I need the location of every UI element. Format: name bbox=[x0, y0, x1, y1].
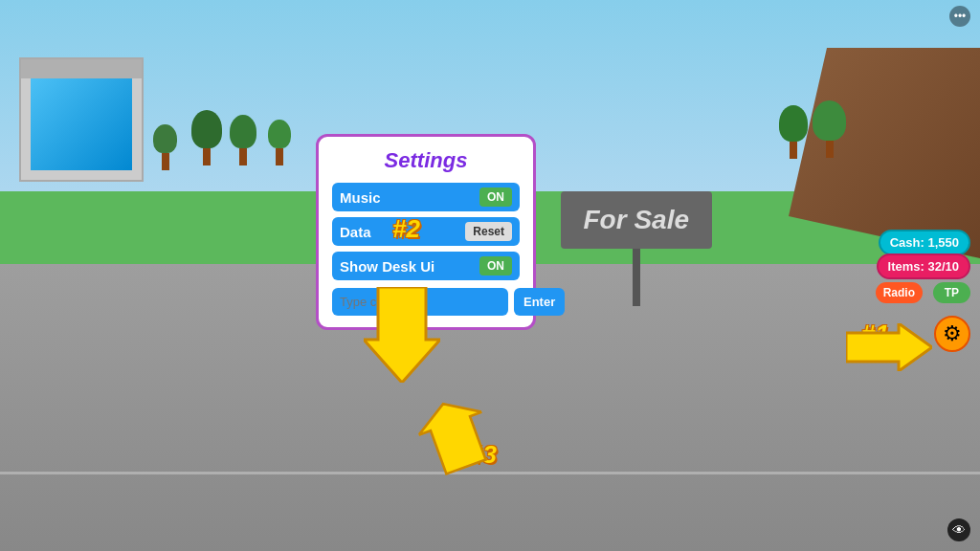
tree-2 bbox=[191, 110, 222, 165]
enter-button[interactable]: Enter bbox=[514, 288, 565, 316]
arrow-right-icon bbox=[846, 323, 932, 371]
settings-music-row: Music ON bbox=[332, 183, 520, 211]
tree-3 bbox=[230, 115, 256, 165]
road-line bbox=[0, 472, 980, 474]
hud-radio-button[interactable]: Radio bbox=[876, 282, 923, 303]
tree-1 bbox=[153, 124, 177, 170]
hud-items: Items: 32/10 bbox=[877, 253, 970, 279]
eye-icon: 👁 bbox=[947, 518, 970, 541]
for-sale-sign: For Sale bbox=[561, 191, 712, 306]
settings-music-toggle[interactable]: ON bbox=[479, 187, 512, 207]
tree-6 bbox=[813, 100, 846, 158]
settings-data-reset[interactable]: Reset bbox=[465, 222, 512, 241]
hud-cash: Cash: 1,550 bbox=[879, 230, 970, 255]
hud-tp-button[interactable]: TP bbox=[933, 282, 970, 303]
more-options-button[interactable]: ••• bbox=[949, 6, 970, 27]
settings-music-label: Music bbox=[340, 189, 381, 206]
for-sale-sign-text: For Sale bbox=[561, 191, 712, 249]
settings-show-desk-toggle[interactable]: ON bbox=[479, 256, 512, 276]
arrow-down-icon bbox=[364, 287, 440, 383]
svg-marker-0 bbox=[364, 287, 440, 383]
for-sale-sign-post bbox=[633, 249, 640, 306]
settings-show-desk-label: Show Desk Ui bbox=[340, 258, 434, 275]
tree-4 bbox=[268, 120, 291, 165]
step-2-label: #2 bbox=[392, 214, 420, 244]
svg-marker-1 bbox=[846, 323, 932, 371]
gear-settings-icon[interactable]: ⚙ bbox=[934, 316, 970, 352]
settings-data-label: Data bbox=[340, 224, 371, 240]
tree-5 bbox=[779, 105, 808, 159]
settings-data-row: Data Reset bbox=[332, 217, 520, 246]
settings-show-desk-row: Show Desk Ui ON bbox=[332, 252, 520, 280]
settings-title: Settings bbox=[332, 148, 520, 173]
building-left bbox=[19, 57, 144, 182]
